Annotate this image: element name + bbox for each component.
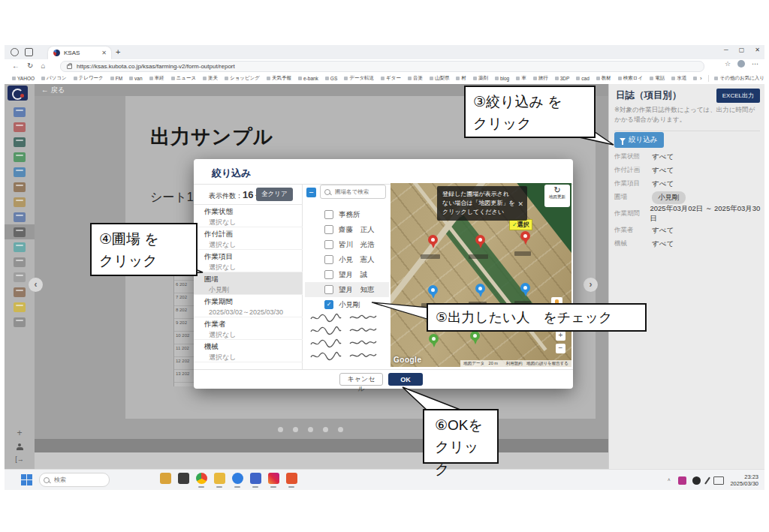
bookmark-item[interactable]: YAHOO bbox=[12, 76, 35, 81]
pen-icon[interactable] bbox=[704, 476, 710, 484]
refresh-icon[interactable]: ↻ bbox=[27, 62, 33, 70]
add-button[interactable]: + bbox=[17, 428, 22, 438]
sidebar-item-notebook[interactable] bbox=[5, 134, 35, 149]
home-icon[interactable]: ⌂ bbox=[41, 62, 45, 70]
bookmark-item[interactable]: 音楽 bbox=[408, 75, 423, 82]
filter-category-item[interactable]: 圃場小見剛 bbox=[194, 272, 303, 295]
bookmark-item[interactable]: ギター bbox=[381, 75, 401, 82]
checkbox-icon[interactable] bbox=[324, 210, 333, 219]
bookmark-item[interactable]: 電話 bbox=[650, 75, 665, 82]
tooltip-close-icon[interactable]: ✕ bbox=[517, 200, 523, 210]
field-checkbox-row[interactable]: ✓小見剛 bbox=[305, 297, 389, 312]
filter-category-item[interactable]: 作業項目選択なし bbox=[194, 250, 303, 272]
logout-icon[interactable]: [→ bbox=[15, 455, 24, 463]
filter-button[interactable]: 絞り込み bbox=[614, 132, 664, 148]
taskbar-app-instagram[interactable] bbox=[267, 473, 280, 488]
tab-close-icon[interactable]: ✕ bbox=[101, 50, 107, 56]
new-tab-button[interactable]: + bbox=[116, 47, 120, 56]
taskbar-app-people[interactable] bbox=[158, 473, 172, 488]
bookmark-item[interactable]: cad bbox=[576, 76, 589, 81]
field-checkbox-row[interactable]: 望月 知恵 bbox=[305, 282, 389, 297]
back-link[interactable]: ← 戻る bbox=[41, 86, 65, 95]
bookmark-item[interactable]: FM bbox=[110, 76, 122, 81]
filter-category-item[interactable]: 作業状態選択なし bbox=[194, 205, 303, 227]
favorite-star-icon[interactable]: ☆ bbox=[725, 60, 731, 68]
field-checkbox-row[interactable]: 望月 誠 bbox=[305, 267, 389, 282]
pager-dot[interactable] bbox=[323, 427, 328, 432]
vertical-tabs-icon[interactable] bbox=[25, 48, 33, 56]
tab-search-icon[interactable] bbox=[11, 48, 19, 56]
browser-menu-icon[interactable]: ⋯ bbox=[752, 60, 758, 68]
sidebar-item-ledger[interactable] bbox=[5, 194, 35, 209]
bookmarks-overflow-icon[interactable]: › bbox=[700, 75, 702, 82]
field-pin-red[interactable] bbox=[428, 235, 438, 245]
window-close-button[interactable]: ✕ bbox=[755, 47, 760, 53]
checkbox-icon[interactable] bbox=[324, 225, 333, 234]
taskbar-app-files-dark[interactable] bbox=[176, 473, 190, 488]
bookmark-item[interactable]: 楽天 bbox=[203, 75, 218, 82]
sidebar-item-scales[interactable] bbox=[5, 209, 35, 224]
field-pin-blue[interactable] bbox=[520, 283, 530, 293]
prev-page-button[interactable]: ‹ bbox=[29, 278, 43, 292]
ok-button[interactable]: OK bbox=[388, 373, 423, 386]
address-bar[interactable]: https://ksas.kubota.co.jp/ksas/farming-v… bbox=[60, 61, 704, 72]
bookmark-item[interactable]: blog bbox=[495, 76, 509, 81]
checkbox-icon[interactable] bbox=[324, 255, 333, 264]
field-map[interactable]: ✓選択 登録した圃場が表示されない場合は「地図更新」をクリックしてください ✕ … bbox=[391, 183, 571, 367]
checkbox-icon[interactable] bbox=[324, 240, 333, 249]
clear-all-button[interactable]: 全クリア bbox=[256, 188, 293, 201]
taskbar-clock[interactable]: 23:23 2025/03/30 bbox=[730, 473, 758, 487]
taskbar-app-browser-red[interactable] bbox=[285, 473, 298, 488]
bookmark-item[interactable]: 教材 bbox=[596, 75, 611, 82]
ksas-logo[interactable] bbox=[8, 86, 28, 101]
sidebar-item-map-pin-team[interactable] bbox=[5, 104, 35, 119]
sidebar-item-parts[interactable] bbox=[5, 254, 35, 269]
field-pin-green[interactable] bbox=[470, 331, 480, 341]
bookmark-item[interactable]: 天気予報 bbox=[267, 75, 291, 82]
sidebar-item-media-play[interactable] bbox=[5, 149, 35, 164]
bookmark-item[interactable]: ニュース bbox=[171, 75, 196, 82]
windows-start-icon[interactable] bbox=[21, 474, 32, 485]
taskbar-app-chrome[interactable] bbox=[195, 473, 208, 488]
profile-avatar[interactable] bbox=[737, 60, 745, 68]
sidebar-item-calendar[interactable] bbox=[5, 119, 35, 134]
field-pin-blue[interactable] bbox=[428, 285, 438, 295]
field-pin-green[interactable] bbox=[429, 334, 439, 344]
taskbar-app-mail[interactable] bbox=[249, 473, 262, 488]
field-checkbox-row[interactable]: 事務所 bbox=[305, 207, 389, 222]
maximize-button[interactable]: ▢ bbox=[739, 47, 745, 53]
sidebar-item-printer[interactable] bbox=[5, 224, 35, 239]
field-checkbox-row[interactable]: 小見 憲人 bbox=[305, 252, 389, 267]
excel-output-button[interactable]: EXCEL出力 bbox=[716, 89, 760, 103]
sidebar-item-share[interactable] bbox=[5, 314, 35, 329]
zoom-out-button[interactable]: − bbox=[556, 344, 565, 353]
sidebar-item-folder[interactable] bbox=[5, 164, 35, 179]
tray-chevron-up-icon[interactable]: ＾ bbox=[666, 476, 672, 485]
sidebar-item-staff[interactable] bbox=[5, 179, 35, 194]
taskbar-app-folder[interactable] bbox=[213, 473, 226, 488]
field-checkbox-row[interactable]: 齋藤 正人 bbox=[305, 222, 389, 237]
pager-dot[interactable] bbox=[338, 427, 343, 432]
checkbox-checked-icon[interactable]: ✓ bbox=[324, 300, 333, 309]
bookmark-item[interactable]: パソコン bbox=[41, 75, 67, 82]
map-refresh-button[interactable]: ↻ 地図更新 bbox=[544, 185, 570, 207]
zoom-in-button[interactable]: + bbox=[556, 331, 565, 341]
field-pin-red[interactable] bbox=[475, 235, 485, 245]
bookmark-item[interactable]: 3DP bbox=[555, 76, 570, 81]
account-icon[interactable] bbox=[17, 443, 23, 450]
bookmark-item[interactable]: 車経 bbox=[149, 75, 164, 82]
checkbox-icon[interactable] bbox=[324, 285, 333, 294]
bookmark-item[interactable]: PC bbox=[693, 76, 697, 81]
bookmark-item[interactable]: van bbox=[129, 76, 142, 81]
field-search-input[interactable] bbox=[333, 188, 383, 196]
field-search[interactable] bbox=[320, 185, 386, 199]
bookmark-item[interactable]: データ転送 bbox=[344, 75, 374, 82]
bookmark-item[interactable]: GS bbox=[325, 76, 337, 81]
field-pin-blue[interactable] bbox=[475, 284, 485, 293]
bookmark-item[interactable]: 検索ロイ bbox=[618, 75, 643, 82]
pager-dot[interactable] bbox=[308, 427, 313, 432]
checkbox-icon[interactable] bbox=[324, 270, 333, 279]
select-all-checkbox[interactable]: − bbox=[306, 188, 316, 197]
taskbar-app-edge[interactable] bbox=[231, 473, 244, 488]
bookmark-item[interactable]: ショッピング bbox=[225, 75, 260, 82]
